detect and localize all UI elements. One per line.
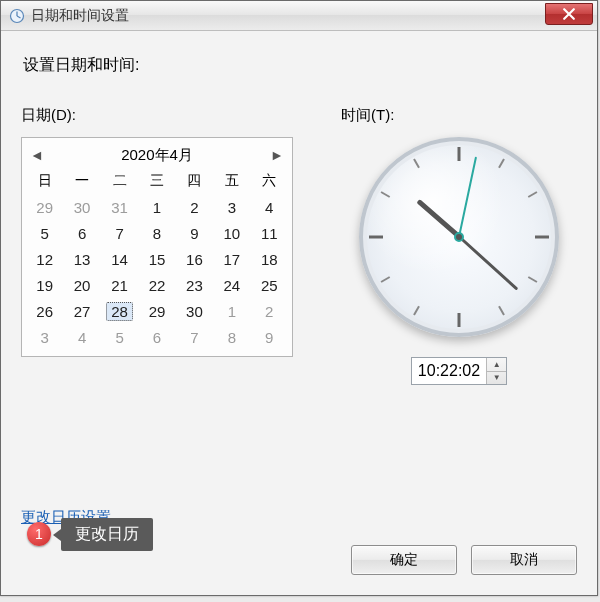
calendar-day[interactable]: 24	[213, 272, 250, 298]
calendar-day[interactable]: 9	[176, 220, 213, 246]
calendar-day[interactable]: 25	[251, 272, 288, 298]
calendar-day[interactable]: 5	[26, 220, 63, 246]
calendar-day[interactable]: 19	[26, 272, 63, 298]
calendar-day[interactable]: 3	[26, 324, 63, 350]
time-spinner-up[interactable]: ▲	[487, 358, 506, 372]
calendar-day[interactable]: 29	[26, 194, 63, 220]
calendar-day[interactable]: 11	[251, 220, 288, 246]
calendar-day[interactable]: 31	[101, 194, 138, 220]
time-value[interactable]: 10:22:02	[412, 358, 486, 384]
calendar-day[interactable]: 10	[213, 220, 250, 246]
calendar-day[interactable]: 12	[26, 246, 63, 272]
calendar-day[interactable]: 8	[138, 220, 175, 246]
calendar-dow: 二	[101, 168, 138, 194]
calendar-day[interactable]: 9	[251, 324, 288, 350]
calendar-dow: 六	[251, 168, 288, 194]
calendar-next-button[interactable]: ►	[266, 144, 288, 166]
calendar-day[interactable]: 15	[138, 246, 175, 272]
calendar-day[interactable]: 1	[138, 194, 175, 220]
calendar-day[interactable]: 23	[176, 272, 213, 298]
ok-button[interactable]: 确定	[351, 545, 457, 575]
date-group-label: 日期(D):	[21, 106, 301, 125]
annotation-badge: 1	[27, 522, 51, 546]
calendar-day[interactable]: 1	[213, 298, 250, 324]
calendar-day[interactable]: 7	[101, 220, 138, 246]
dialog-body: 设置日期和时间: 日期(D): ◄ 2020年4月 ► 日一二三四五六29303…	[1, 31, 597, 595]
time-group-label: 时间(T):	[341, 106, 577, 125]
clock-hour-hand	[416, 199, 461, 239]
calendar-dow: 五	[213, 168, 250, 194]
calendar-day[interactable]: 22	[138, 272, 175, 298]
window-title: 日期和时间设置	[31, 7, 129, 25]
calendar-day[interactable]: 5	[101, 324, 138, 350]
calendar-day[interactable]: 2	[176, 194, 213, 220]
calendar-day[interactable]: 6	[63, 220, 100, 246]
dialog-subtitle: 设置日期和时间:	[23, 55, 577, 76]
clock-minute-hand	[458, 236, 518, 291]
clock-hub-icon	[454, 232, 464, 242]
calendar-day[interactable]: 4	[251, 194, 288, 220]
calendar: ◄ 2020年4月 ► 日一二三四五六293031123456789101112…	[21, 137, 293, 357]
close-icon	[563, 8, 575, 20]
time-input[interactable]: 10:22:02 ▲ ▼	[411, 357, 507, 385]
calendar-dow: 日	[26, 168, 63, 194]
calendar-dow: 四	[176, 168, 213, 194]
calendar-dow: 一	[63, 168, 100, 194]
calendar-day[interactable]: 14	[101, 246, 138, 272]
calendar-day[interactable]: 6	[138, 324, 175, 350]
calendar-day[interactable]: 20	[63, 272, 100, 298]
dialog-window: 日期和时间设置 设置日期和时间: 日期(D): ◄ 2020年4月 ► 日一二三…	[0, 0, 598, 596]
calendar-day[interactable]: 18	[251, 246, 288, 272]
calendar-day[interactable]: 3	[213, 194, 250, 220]
annotation-tooltip: 更改日历	[61, 518, 153, 551]
cancel-button[interactable]: 取消	[471, 545, 577, 575]
calendar-day[interactable]: 16	[176, 246, 213, 272]
calendar-day[interactable]: 7	[176, 324, 213, 350]
calendar-day[interactable]: 26	[26, 298, 63, 324]
time-spinner-down[interactable]: ▼	[487, 372, 506, 385]
calendar-dow: 三	[138, 168, 175, 194]
calendar-prev-button[interactable]: ◄	[26, 144, 48, 166]
calendar-day[interactable]: 30	[176, 298, 213, 324]
calendar-day[interactable]: 27	[63, 298, 100, 324]
calendar-day[interactable]: 30	[63, 194, 100, 220]
calendar-day[interactable]: 13	[63, 246, 100, 272]
time-spinner: ▲ ▼	[486, 358, 506, 384]
calendar-day[interactable]: 2	[251, 298, 288, 324]
calendar-day[interactable]: 8	[213, 324, 250, 350]
datetime-icon	[9, 8, 25, 24]
analog-clock	[359, 137, 559, 337]
calendar-day[interactable]: 4	[63, 324, 100, 350]
close-button[interactable]	[545, 3, 593, 25]
calendar-day[interactable]: 28	[101, 298, 138, 324]
calendar-day[interactable]: 17	[213, 246, 250, 272]
calendar-day[interactable]: 29	[138, 298, 175, 324]
calendar-day[interactable]: 21	[101, 272, 138, 298]
titlebar: 日期和时间设置	[1, 1, 597, 31]
clock-second-hand	[458, 157, 477, 238]
calendar-month-label[interactable]: 2020年4月	[121, 146, 193, 165]
